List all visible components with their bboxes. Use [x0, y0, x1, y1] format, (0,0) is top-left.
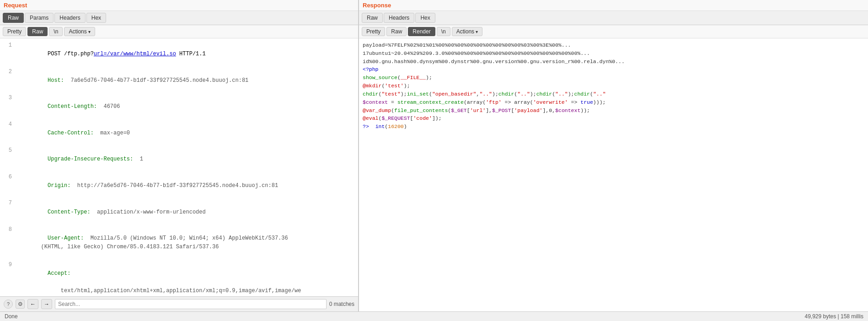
search-input[interactable]	[55, 299, 327, 309]
matches-label: 0 matches	[329, 301, 354, 307]
status-done: Done	[5, 313, 18, 320]
chevron-down-icon: ▾	[88, 29, 91, 34]
request-line-3: 3 Content-Length: 46706	[4, 94, 349, 120]
sub-tab-pretty[interactable]: Pretty	[3, 27, 26, 36]
request-section-title: Request	[0, 0, 358, 11]
request-line-1: 1 POST /ftp.php?url=/var/www/html/evil.s…	[4, 41, 349, 68]
status-info: 49,929 bytes | 158 millis	[804, 313, 863, 320]
resp-chevron-down-icon: ▾	[476, 29, 478, 34]
search-prev-button[interactable]: ←	[27, 299, 38, 309]
request-line-6: 6 Origin: http://7a6e5d76-7046-4b77-b1df…	[4, 173, 349, 199]
gear-icon[interactable]: ⚙	[16, 300, 25, 309]
sub-tab-raw[interactable]: Raw	[27, 27, 48, 36]
resp-tab-headers[interactable]: Headers	[384, 13, 414, 23]
resp-sub-tab-newline[interactable]: \n	[437, 27, 450, 36]
actions-dropdown-button[interactable]: Actions ▾	[64, 27, 95, 36]
right-panel: Response Raw Headers Hex Pretty Raw Rend…	[359, 0, 868, 311]
resp-tab-hex[interactable]: Hex	[415, 13, 435, 23]
left-panel: Request Raw Params Headers Hex Pretty Ra…	[0, 0, 359, 311]
request-line-7: 7 Content-Type: application/x-www-form-u…	[4, 199, 349, 225]
request-line-9: 9 Accept: text/html,application/xhtml+xm…	[4, 261, 349, 296]
status-bar: Done 49,929 bytes | 158 millis	[0, 311, 868, 321]
tab-headers[interactable]: Headers	[54, 13, 85, 23]
tab-params[interactable]: Params	[25, 13, 54, 23]
sub-tab-newline[interactable]: \n	[49, 27, 63, 36]
resp-tab-raw[interactable]: Raw	[362, 13, 383, 23]
request-line-5: 5 Upgrade-Insecure-Requests: 1	[4, 146, 349, 173]
response-sub-tab-bar: Pretty Raw Render \n Actions ▾	[359, 25, 868, 38]
response-section-title: Response	[359, 0, 868, 11]
request-line-4: 4 Cache-Control: max-age=0	[4, 120, 349, 147]
request-sub-tab-bar: Pretty Raw \n Actions ▾	[0, 25, 358, 38]
request-content-area[interactable]: 1 POST /ftp.php?url=/var/www/html/evil.s…	[0, 38, 358, 296]
request-tab-bar: Raw Params Headers Hex	[0, 11, 358, 25]
request-line-8: 8 User-Agent: Mozilla/5.0 (Windows NT 10…	[4, 225, 349, 261]
search-bar: ? ⚙ ← → 0 matches	[0, 296, 358, 311]
resp-sub-tab-render[interactable]: Render	[408, 27, 435, 36]
resp-sub-tab-raw[interactable]: Raw	[386, 27, 407, 36]
tab-hex[interactable]: Hex	[86, 13, 106, 23]
response-tab-bar: Raw Headers Hex	[359, 11, 868, 25]
resp-sub-tab-pretty[interactable]: Pretty	[362, 27, 385, 36]
response-content-area[interactable]: payload=%7FELF%02%01%01%00%00%00%00%00%0…	[359, 38, 868, 311]
request-line-2: 2 Host: 7a6e5d76-7046-4b77-b1df-33f92772…	[4, 68, 349, 94]
question-icon[interactable]: ?	[4, 300, 13, 309]
tab-raw[interactable]: Raw	[3, 13, 24, 23]
resp-actions-dropdown-button[interactable]: Actions ▾	[452, 27, 482, 36]
search-next-button[interactable]: →	[41, 299, 52, 309]
